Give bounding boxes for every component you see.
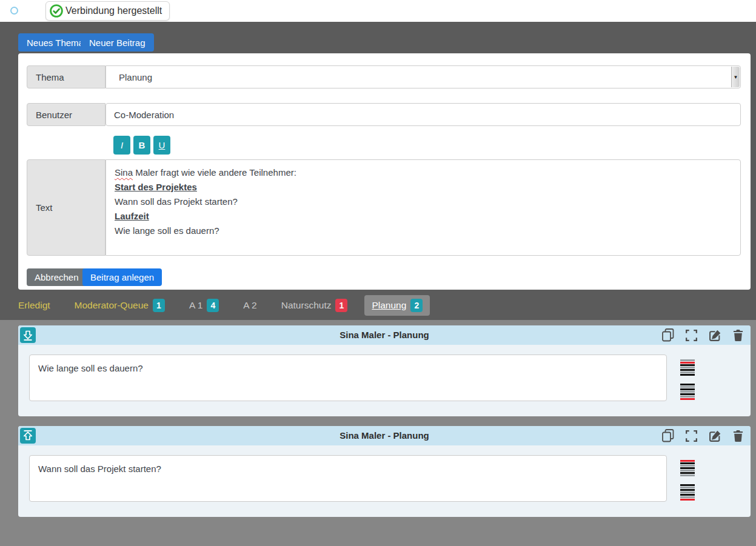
new-post-button[interactable]: Neuer Beitrag	[81, 33, 154, 52]
text-editor[interactable]: Sina Maler fragt wie viele andere Teilne…	[105, 159, 741, 256]
topic-select-value: Planung	[119, 72, 152, 82]
check-circle-icon	[49, 4, 64, 18]
user-input[interactable]	[105, 103, 741, 126]
trash-icon[interactable]	[733, 430, 743, 442]
underline-button[interactable]: U	[153, 136, 170, 155]
post-card: Sina Maler - Planung	[18, 325, 751, 416]
tab-count-badge: 2	[410, 299, 423, 312]
format-toolbar: I B U	[113, 136, 170, 155]
tab-moderator-queue[interactable]: Moderator-Queue 1	[67, 295, 172, 316]
loading-spinner-icon	[10, 7, 18, 15]
text-line-3: Wann soll das Projekt starten?	[115, 195, 732, 209]
bold-button[interactable]: B	[133, 136, 150, 155]
copy-icon[interactable]	[662, 429, 674, 442]
tab-naturschutz[interactable]: Naturschutz 1	[274, 295, 355, 316]
text-line-1: Sina Maler fragt wie viele andere Teilne…	[115, 165, 732, 180]
tab-count-badge: 1	[153, 299, 165, 312]
post-card-title: Sina Maler - Planung	[18, 325, 751, 345]
queue-position-indicators	[680, 359, 695, 408]
topic-field-label: Thema	[27, 65, 105, 88]
text-line-2: Start des Projektes	[115, 180, 732, 195]
user-field-label: Benutzer	[27, 103, 105, 126]
cancel-button[interactable]: Abbrechen	[27, 268, 87, 286]
post-text-area[interactable]: Wann soll das Projekt starten?	[29, 455, 667, 502]
post-text-area[interactable]: Wie lange soll es dauern?	[29, 355, 667, 401]
queue-position-bottom-icon[interactable]	[680, 384, 695, 400]
tab-a2[interactable]: A 2	[236, 295, 264, 316]
queue-position-top-icon[interactable]	[680, 460, 695, 476]
tab-a1[interactable]: A 1 4	[182, 295, 226, 316]
edit-icon[interactable]	[709, 430, 721, 442]
connection-status-badge: Verbindung hergestellt	[45, 1, 170, 21]
italic-button[interactable]: I	[113, 136, 130, 155]
expand-icon[interactable]	[686, 330, 697, 341]
text-line-4: Laufzeit	[115, 209, 732, 224]
copy-icon[interactable]	[662, 328, 674, 342]
post-card-header: Sina Maler - Planung	[18, 325, 751, 345]
create-post-button[interactable]: Beitrag anlegen	[82, 268, 162, 286]
post-card-actions	[662, 426, 743, 445]
top-bar: Verbindung hergestellt	[0, 0, 756, 22]
queue-position-near-top-icon[interactable]	[680, 359, 695, 376]
tab-planung[interactable]: Planung 2	[364, 295, 430, 316]
post-card-title: Sina Maler - Planung	[18, 426, 751, 445]
post-card-header: Sina Maler - Planung	[18, 426, 751, 445]
select-dropdown-arrow-icon[interactable]: ▼	[731, 67, 740, 87]
edit-icon[interactable]	[709, 329, 721, 342]
post-editor-panel: Thema Planung ▼ Benutzer I B U Text Sina…	[18, 53, 751, 290]
post-card: Sina Maler - Planung	[18, 426, 751, 517]
text-field-label: Text	[27, 159, 105, 256]
topic-select[interactable]: Planung ▼	[105, 65, 741, 88]
tab-erledigt[interactable]: Erledigt	[11, 295, 58, 316]
connection-status-text: Verbindung hergestellt	[65, 5, 162, 16]
tab-count-badge: 4	[207, 299, 219, 312]
queue-tabs: Erledigt Moderator-Queue 1 A 1 4 A 2 Nat…	[11, 295, 430, 316]
post-card-actions	[662, 325, 743, 345]
trash-icon[interactable]	[733, 330, 743, 341]
tab-count-badge: 1	[335, 299, 347, 312]
queue-position-indicators	[680, 460, 695, 508]
text-line-5: Wie lange soll es dauern?	[115, 224, 732, 238]
expand-icon[interactable]	[686, 430, 697, 442]
queue-position-bottom-icon[interactable]	[680, 484, 695, 501]
